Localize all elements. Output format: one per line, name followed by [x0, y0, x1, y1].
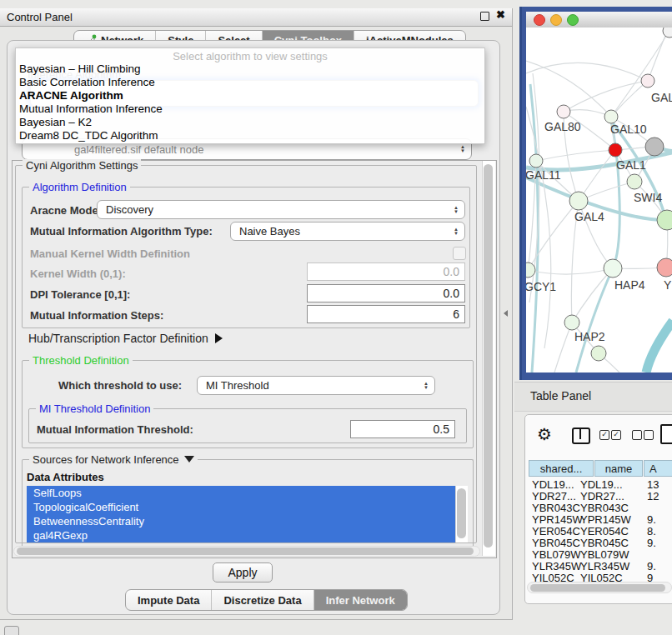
- network-node-swi4[interactable]: [627, 174, 642, 189]
- hub-definition-toggle[interactable]: Hub/Transcription Factor Definition: [28, 332, 223, 345]
- which-threshold-combobox[interactable]: MI Threshold ▲▼: [197, 376, 435, 395]
- node-label: HAP2: [574, 330, 605, 343]
- dropdown-item[interactable]: Dream8 DC_TDC Algorithm: [16, 129, 484, 142]
- manual-kernel-checkbox[interactable]: [453, 247, 466, 260]
- mi-threshold-label: Mutual Information Threshold:: [37, 423, 193, 436]
- document-icon[interactable]: [660, 424, 672, 444]
- network-node-gal[interactable]: [641, 74, 654, 88]
- node-label: GAL: [651, 91, 672, 104]
- tab-impute-data[interactable]: Impute Data: [126, 590, 211, 610]
- column-header-partial[interactable]: A: [644, 460, 672, 477]
- select-all-icon[interactable]: ✓: [611, 430, 621, 440]
- node-label: GCY1: [526, 280, 556, 293]
- network-node-hap4[interactable]: [604, 259, 622, 278]
- mi-type-label: Mutual Information Algorithm Type:: [30, 225, 213, 238]
- network-node-gal80[interactable]: [557, 105, 570, 118]
- attribute-item-selected[interactable]: BetweennessCentrality: [27, 514, 455, 528]
- mi-threshold-field[interactable]: 0.5: [350, 420, 455, 438]
- select-all-icon[interactable]: ✓: [599, 430, 609, 440]
- mi-threshold-definition-title: MI Threshold Definition: [36, 402, 153, 415]
- network-canvas[interactable]: GAL GAL80 GAL10 GAL1 GAL11 SWI4 GAL4 GCY…: [526, 28, 672, 372]
- dropdown-item[interactable]: Mutual Information Inference: [16, 102, 484, 116]
- dropdown-item[interactable]: Basic Correlation Inference: [16, 76, 484, 89]
- mi-type-combobox[interactable]: Naive Bayes ▲▼: [230, 222, 465, 241]
- close-icon[interactable]: [534, 14, 545, 26]
- node-label: HAP4: [614, 278, 645, 292]
- mi-type-value: Naive Bayes: [239, 225, 300, 238]
- node-label: Y: [664, 278, 672, 292]
- column-header-shared-name[interactable]: shared...: [529, 460, 594, 477]
- network-node[interactable]: [645, 138, 664, 156]
- kernel-width-field[interactable]: 0.0: [307, 262, 465, 281]
- sources-title-toggle[interactable]: Sources for Network Inference: [29, 453, 198, 466]
- dropdown-item-selected[interactable]: ARACNE Algorithm: [16, 89, 484, 102]
- attribute-item-selected[interactable]: gal4RGexp: [27, 528, 455, 542]
- dropdown-item[interactable]: Bayesian – K2: [16, 116, 484, 129]
- settings-horizontal-scrollbar[interactable]: [13, 546, 480, 557]
- cyni-bottom-tabbar: Impute Data Discretize Data Infer Networ…: [125, 589, 408, 611]
- gear-icon[interactable]: ⚙: [537, 424, 552, 444]
- minimized-panel-icon[interactable]: [4, 626, 19, 635]
- column-header-name[interactable]: name: [594, 460, 643, 477]
- network-node-gal1[interactable]: [609, 143, 622, 157]
- mi-steps-field[interactable]: 6: [307, 305, 465, 323]
- network-node[interactable]: [657, 210, 672, 230]
- control-panel-title: Control Panel: [7, 11, 73, 23]
- columns-icon[interactable]: [572, 428, 590, 444]
- mi-threshold-value: 0.5: [434, 422, 449, 436]
- apply-button[interactable]: Apply: [213, 562, 273, 582]
- dpi-tolerance-value: 0.0: [444, 287, 459, 300]
- algorithm-definition-title: Algorithm Definition: [29, 181, 130, 193]
- stepper-icon: ▲▼: [424, 382, 429, 390]
- splitter-collapse-icon[interactable]: [504, 310, 508, 317]
- network-node[interactable]: [663, 28, 672, 38]
- algorithm-dropdown: Select algorithm to view settings Bayesi…: [15, 48, 485, 144]
- tab-discretize-data[interactable]: Discretize Data: [211, 590, 313, 610]
- expand-down-icon: [184, 456, 194, 462]
- float-icon[interactable]: [480, 12, 489, 21]
- deselect-all-icon[interactable]: [632, 430, 642, 440]
- stepper-icon: ▲▼: [460, 145, 465, 153]
- settings-vertical-scrollbar[interactable]: [482, 161, 495, 556]
- network-node-gal11[interactable]: [529, 154, 543, 168]
- stepper-icon: ▲▼: [454, 206, 459, 214]
- deselect-all-icon[interactable]: [644, 430, 654, 440]
- aracne-mode-value: Discovery: [106, 203, 153, 216]
- stepper-icon: ▲▼: [454, 228, 459, 236]
- table-horizontal-scrollbar[interactable]: [527, 582, 672, 593]
- attribute-item-selected[interactable]: SelfLoops: [27, 486, 455, 500]
- manual-kernel-label: Manual Kernel Width Definition: [30, 248, 190, 260]
- network-node[interactable]: [591, 346, 606, 361]
- cyni-settings-title: Cyni Algorithm Settings: [23, 159, 141, 172]
- attribute-item-selected[interactable]: TopologicalCoefficient: [27, 500, 455, 514]
- minimize-icon[interactable]: [550, 14, 562, 26]
- close-icon[interactable]: ✖: [496, 8, 505, 21]
- dpi-tolerance-label: DPI Tolerance [0,1]:: [30, 288, 130, 301]
- threshold-definition-title: Threshold Definition: [29, 354, 133, 367]
- node-label: SWI4: [634, 191, 662, 204]
- zoom-icon[interactable]: [567, 14, 579, 26]
- kernel-width-label: Kernel Width (0,1):: [30, 268, 126, 280]
- network-node-gal4[interactable]: [569, 192, 588, 210]
- aracne-mode-label: Aracne Mode:: [30, 204, 102, 217]
- kernel-width-value: 0.0: [444, 265, 459, 278]
- tab-infer-network[interactable]: Infer Network: [313, 590, 407, 610]
- network-node-hap2[interactable]: [564, 315, 579, 330]
- node-label: GAL1: [616, 158, 646, 172]
- network-window-titlebar: [526, 12, 672, 28]
- data-attributes-list: SelfLoops TopologicalCoefficient Between…: [27, 486, 455, 542]
- dpi-tolerance-field[interactable]: 0.0: [307, 284, 465, 302]
- hub-definition-label: Hub/Transcription Factor Definition: [28, 332, 208, 345]
- network-node-gal10[interactable]: [604, 110, 618, 123]
- network-node[interactable]: [657, 258, 672, 277]
- table-panel-title: Table Panel: [530, 389, 591, 402]
- expand-right-icon: [215, 333, 223, 343]
- mi-steps-value: 6: [453, 308, 459, 321]
- mi-steps-label: Mutual Information Steps:: [30, 309, 163, 322]
- node-label: GAL4: [574, 210, 604, 223]
- aracne-mode-combobox[interactable]: Discovery ▲▼: [97, 200, 465, 219]
- dropdown-item[interactable]: Bayesian – Hill Climbing: [16, 62, 484, 76]
- screen: Control Panel ✖ Network Style Select Cyn…: [0, 0, 672, 635]
- node-label: GAL11: [526, 168, 561, 182]
- attribute-list-scrollbar[interactable]: [455, 486, 468, 542]
